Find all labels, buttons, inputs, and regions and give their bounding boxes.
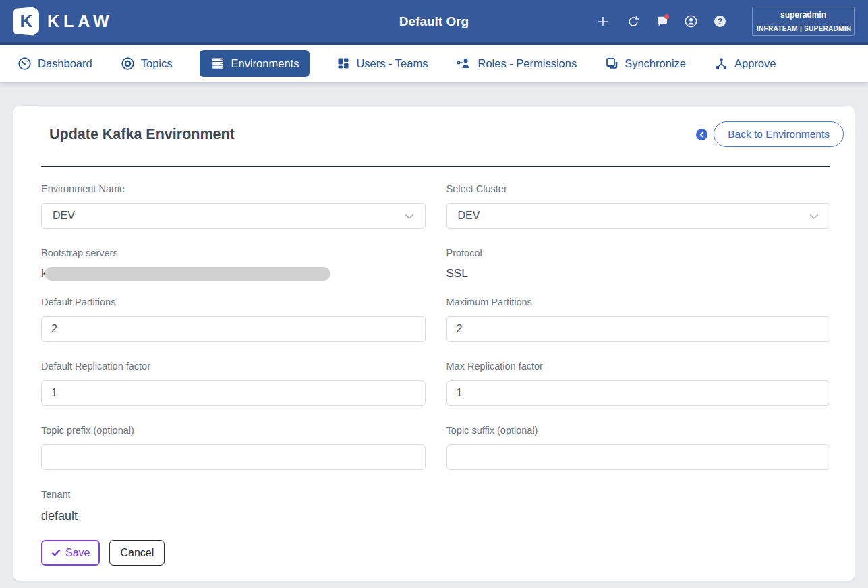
field-label: Protocol: [446, 247, 831, 258]
plus-icon: [596, 15, 610, 28]
nav-label: Dashboard: [38, 57, 92, 70]
copy-layers-icon: [605, 57, 618, 70]
add-button[interactable]: [588, 8, 617, 35]
grid-tiles-icon: [337, 57, 350, 70]
brand-name: KLAW: [47, 11, 113, 31]
nav-label: Roles - Permissions: [478, 57, 577, 70]
target-icon: [121, 57, 135, 71]
maximum-partitions-input[interactable]: [446, 316, 831, 342]
environment-form: Environment Name DEV Select Cluster DEV: [13, 167, 855, 566]
nav-label: Environments: [231, 57, 299, 70]
field-label: Environment Name: [41, 183, 426, 194]
nav-roles-permissions[interactable]: Roles - Permissions: [455, 51, 578, 76]
main-content: Update Kafka Environment Back to Environ…: [0, 82, 868, 581]
notification-badge: [664, 14, 669, 19]
field-label: Maximum Partitions: [446, 297, 831, 307]
help-button[interactable]: ?: [705, 8, 734, 35]
nav-label: Approve: [734, 57, 776, 70]
topic-prefix-input[interactable]: [41, 444, 426, 470]
default-replication-input[interactable]: [41, 380, 426, 406]
max-replication-input[interactable]: [446, 380, 831, 406]
field-maximum-partitions: Maximum Partitions: [446, 297, 831, 342]
field-label: Tenant: [41, 489, 830, 500]
field-default-partitions: Default Partitions: [41, 297, 426, 342]
nav-label: Topics: [141, 57, 173, 70]
cancel-button[interactable]: Cancel: [109, 540, 165, 566]
field-select-cluster: Select Cluster DEV: [446, 183, 831, 229]
person-key-icon: [456, 57, 471, 70]
nav-synchronize[interactable]: Synchronize: [604, 51, 687, 76]
team-role: INFRATEAM | SUPERADMIN: [753, 22, 854, 35]
field-label: Bootstrap servers: [41, 247, 426, 258]
klaw-logo-icon: K: [13, 7, 39, 36]
field-label: Default Replication factor: [41, 361, 426, 372]
select-cluster-select[interactable]: DEV: [446, 203, 831, 229]
username: superadmin: [753, 7, 854, 22]
selected-value: DEV: [53, 210, 75, 222]
nav-approve[interactable]: Approve: [713, 51, 777, 76]
refresh-icon: [627, 15, 640, 28]
klaw-logo[interactable]: K KLAW: [13, 7, 113, 36]
save-button[interactable]: Save: [41, 540, 100, 566]
back-to-environments-button[interactable]: Back to Environments: [714, 121, 844, 147]
app-header: K KLAW Default Org: [0, 0, 868, 45]
nav-environments[interactable]: Environments: [200, 50, 310, 77]
field-environment-name: Environment Name DEV: [41, 183, 426, 229]
nav-label: Users - Teams: [356, 57, 428, 70]
update-environment-card: Update Kafka Environment Back to Environ…: [13, 106, 855, 581]
back-arrow-icon[interactable]: [696, 129, 707, 140]
field-label: Topic prefix (optional): [41, 425, 426, 436]
default-partitions-input[interactable]: [41, 316, 426, 342]
chevron-down-icon: [405, 210, 414, 222]
field-default-replication: Default Replication factor: [41, 361, 426, 406]
tenant-value: default: [41, 509, 830, 523]
field-label: Select Cluster: [446, 183, 831, 194]
field-max-replication: Max Replication factor: [446, 361, 831, 406]
help-icon: ?: [713, 14, 727, 28]
field-topic-suffix: Topic suffix (optional): [446, 425, 831, 470]
profile-button[interactable]: [676, 8, 705, 35]
nav-dashboard[interactable]: Dashboard: [16, 51, 94, 77]
notifications-button[interactable]: [647, 8, 676, 35]
klaw-logo-letter: K: [20, 11, 33, 32]
nav-label: Synchronize: [625, 57, 686, 70]
page-title: Update Kafka Environment: [38, 126, 235, 143]
field-label: Max Replication factor: [446, 361, 831, 372]
title-row: Update Kafka Environment Back to Environ…: [38, 106, 844, 147]
selected-value: DEV: [458, 210, 480, 222]
server-stack-icon: [210, 56, 225, 71]
save-label: Save: [65, 547, 90, 559]
nav-topics[interactable]: Topics: [119, 51, 174, 77]
topic-suffix-input[interactable]: [446, 444, 831, 470]
field-tenant: Tenant default: [41, 489, 830, 523]
redaction-overlay: [45, 267, 330, 281]
field-label: Default Partitions: [41, 297, 426, 307]
check-icon: [51, 547, 61, 559]
field-topic-prefix: Topic prefix (optional): [41, 425, 426, 470]
svg-text:?: ?: [718, 17, 722, 25]
environment-name-select[interactable]: DEV: [41, 203, 426, 229]
user-circle-icon: [684, 14, 698, 28]
user-menu[interactable]: superadmin INFRATEAM | SUPERADMIN: [752, 7, 855, 36]
protocol-value: SSL: [446, 267, 831, 281]
field-label: Topic suffix (optional): [446, 425, 831, 436]
field-protocol: Protocol SSL: [446, 247, 831, 281]
refresh-button[interactable]: [618, 8, 647, 35]
main-nav: Dashboard Topics Environments: [0, 45, 868, 82]
chevron-down-icon: [809, 210, 819, 222]
dashboard-gauge-icon: [18, 57, 32, 71]
nav-users-teams[interactable]: Users - Teams: [335, 51, 429, 76]
hub-network-icon: [714, 57, 728, 70]
field-bootstrap-servers: Bootstrap servers k: [41, 247, 426, 281]
